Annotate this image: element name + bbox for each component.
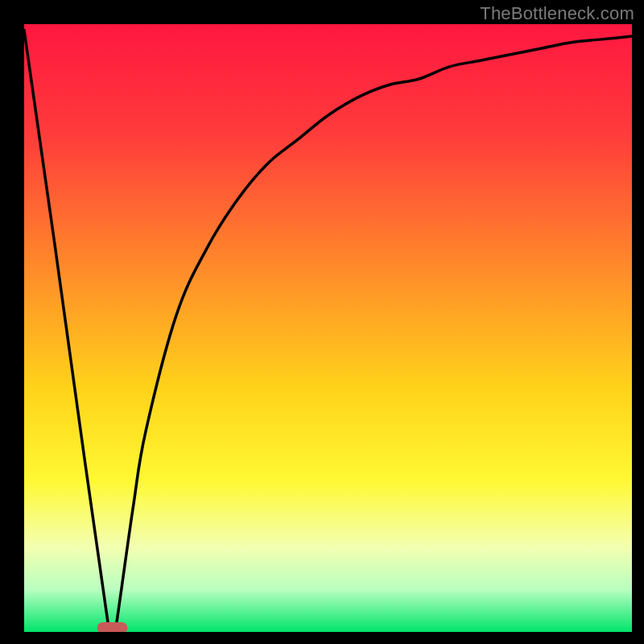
plot-area	[24, 24, 632, 632]
bottleneck-curve	[24, 31, 632, 632]
curve-layer	[24, 24, 632, 632]
watermark-text: TheBottleneck.com	[480, 3, 634, 24]
optimal-range-marker	[97, 622, 128, 632]
chart-container: TheBottleneck.com	[0, 0, 644, 644]
